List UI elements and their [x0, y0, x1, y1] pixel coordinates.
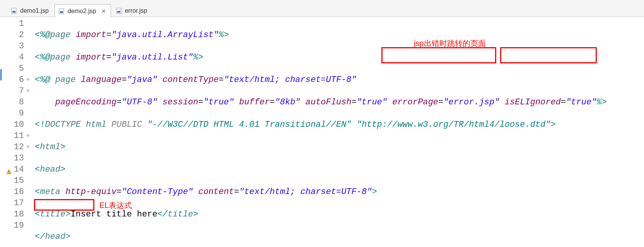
tab-bar: demo1.jsp demo2.jsp ✕ error.jsp — [0, 0, 644, 17]
tab-demo2[interactable]: demo2.jsp ✕ — [55, 4, 111, 17]
line-number: 8 — [13, 97, 24, 108]
line-number: 11 — [13, 130, 24, 141]
line-number: 18 — [13, 209, 24, 220]
line-number: 6 — [13, 74, 24, 85]
line-number: 12 — [13, 141, 24, 153]
line-number: 5 — [13, 63, 24, 74]
line-number: 17 — [13, 198, 24, 209]
svg-rect-8 — [9, 173, 9, 174]
line-number: 2 — [13, 29, 24, 41]
svg-rect-7 — [9, 171, 9, 172]
line-number: 4 — [13, 52, 24, 63]
line-number: 10 — [13, 119, 24, 130]
code-editor[interactable]: <%@page import="java.util.ArrayList"%> <… — [33, 17, 644, 247]
close-icon[interactable]: ✕ — [101, 8, 106, 14]
tab-label: error.jsp — [125, 7, 147, 14]
editor-area: 1 2 3 4 5 6⊖ 7⊖ 8 9 10 11⊖ 12⊖ 13 14 15 … — [0, 17, 644, 247]
current-line-marker — [0, 69, 2, 80]
tab-label: demo1.jsp — [20, 7, 49, 14]
jsp-file-icon — [11, 8, 17, 14]
annotation-jsp-error: jsp出错时跳转的页面 — [414, 38, 486, 49]
tab-error[interactable]: error.jsp — [112, 4, 152, 17]
annotation-el: EL表达式 — [99, 200, 132, 211]
tab-demo1[interactable]: demo1.jsp — [7, 4, 54, 17]
fold-icon[interactable]: ⊖ — [25, 85, 29, 97]
line-number: 3 — [13, 41, 24, 52]
line-number: 14 — [13, 164, 24, 175]
fold-icon[interactable]: ⊖ — [25, 141, 29, 153]
line-number: 19 — [13, 220, 24, 231]
line-number: 15 — [13, 175, 24, 186]
fold-icon[interactable]: ⊖ — [25, 130, 29, 141]
line-number-gutter: 1 2 3 4 5 6⊖ 7⊖ 8 9 10 11⊖ 12⊖ 13 14 15 … — [5, 17, 33, 247]
tab-label: demo2.jsp — [68, 8, 96, 15]
svg-rect-3 — [60, 11, 63, 13]
line-number: 9 — [13, 108, 24, 119]
svg-rect-1 — [12, 11, 15, 13]
fold-icon[interactable]: ⊖ — [25, 74, 29, 85]
editor-window: demo1.jsp demo2.jsp ✕ error.jsp 1 2 3 4 … — [0, 0, 644, 247]
warning-icon[interactable] — [6, 167, 12, 172]
left-margin — [0, 17, 5, 247]
jsp-file-icon — [59, 8, 65, 14]
line-number: 13 — [13, 153, 24, 164]
line-number: 16 — [13, 186, 24, 198]
svg-rect-5 — [117, 11, 120, 13]
line-number: 7 — [13, 85, 24, 97]
line-number: 1 — [13, 18, 24, 29]
jsp-file-icon — [116, 8, 122, 14]
